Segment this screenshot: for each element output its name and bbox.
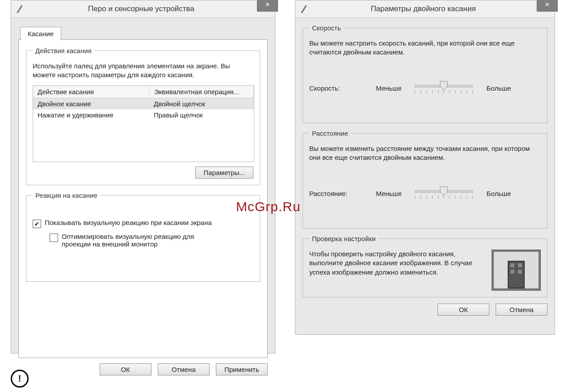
- window-title: Параметры двойного касания: [310, 4, 555, 13]
- titlebar[interactable]: Параметры двойного касания ×: [295, 0, 555, 18]
- button-label: Параметры...: [204, 169, 245, 176]
- alert-icon: !: [11, 370, 29, 388]
- tabstrip: Касание: [18, 24, 268, 39]
- ok-button[interactable]: ОК: [438, 304, 489, 316]
- speed-slider-row: Скорость: Меньше Больше: [309, 79, 541, 97]
- checkbox-icon: [50, 234, 58, 242]
- col-operation: Эквивалентная операция...: [150, 86, 254, 98]
- tab-label: Касание: [28, 30, 54, 38]
- close-icon: ×: [545, 0, 550, 8]
- legend-distance: Расстояние: [309, 129, 351, 137]
- window-title: Перо и сенсорные устройства: [25, 4, 275, 13]
- tab-touch[interactable]: Касание: [20, 27, 61, 41]
- button-label: ОК: [121, 366, 130, 373]
- titlebar[interactable]: Перо и сенсорные устройства ×: [11, 0, 275, 18]
- cell-operation: Двойной щелчок: [149, 98, 254, 109]
- pen-icon: [298, 3, 310, 15]
- group-distance: Расстояние Вы можете изменить расстояние…: [303, 129, 547, 229]
- checkbox-optimize-projection[interactable]: Оптимизировать визуальную реакцию для пр…: [50, 233, 253, 248]
- slider-max: Больше: [481, 190, 517, 197]
- params-button[interactable]: Параметры...: [195, 167, 253, 179]
- distance-slider-row: Расстояние: Меньше Больше: [309, 185, 541, 203]
- test-image[interactable]: [492, 250, 541, 291]
- cell-operation: Правый щелчок: [149, 109, 254, 121]
- slider-label: Расстояние:: [309, 190, 363, 197]
- speed-slider[interactable]: [415, 79, 473, 97]
- apply-button[interactable]: Применить: [216, 363, 268, 375]
- close-button[interactable]: ×: [257, 0, 278, 12]
- checkbox-label: Показывать визуальную реакцию при касани…: [45, 219, 212, 226]
- door-icon: [508, 261, 525, 288]
- group-touch-feedback: Реакция на касание Показывать визуальную…: [26, 192, 260, 282]
- speed-intro: Вы можете настроить скорость касаний, пр…: [309, 39, 541, 57]
- col-action: Действие касания: [33, 86, 150, 98]
- slider-min: Меньше: [371, 190, 407, 197]
- table-row[interactable]: Двойное касание Двойной щелчок: [33, 98, 254, 109]
- cancel-button[interactable]: Отмена: [496, 304, 547, 316]
- slider-label: Скорость:: [309, 84, 363, 92]
- button-label: ОК: [459, 306, 468, 313]
- slider-max: Больше: [481, 84, 517, 92]
- tab-panel: Действия касания Используйте палец для у…: [18, 39, 268, 358]
- button-label: Применить: [224, 366, 259, 373]
- actions-intro: Используйте палец для управления элемент…: [33, 62, 253, 80]
- cell-action: Двойное касание: [33, 98, 149, 109]
- distance-slider[interactable]: [415, 185, 473, 203]
- slider-min: Меньше: [371, 84, 407, 92]
- cancel-button[interactable]: Отмена: [158, 363, 210, 375]
- test-intro: Чтобы проверить настройку двойного касан…: [309, 250, 485, 277]
- ok-button[interactable]: ОК: [100, 363, 152, 375]
- group-test: Проверка настройки Чтобы проверить настр…: [303, 235, 547, 297]
- checkbox-label: Оптимизировать визуальную реакцию для пр…: [62, 233, 223, 248]
- table-row[interactable]: Нажатие и удерживание Правый щелчок: [33, 109, 254, 121]
- button-label: Отмена: [172, 366, 196, 373]
- close-icon: ×: [265, 0, 270, 8]
- close-button[interactable]: ×: [537, 0, 558, 12]
- checkbox-icon: [33, 220, 41, 228]
- legend-actions: Действия касания: [33, 47, 94, 54]
- pen-touch-dialog: Перо и сенсорные устройства × Касание Де…: [11, 0, 275, 354]
- table-header: Действие касания Эквивалентная операция.…: [33, 86, 254, 98]
- legend-speed: Скорость: [309, 24, 344, 32]
- legend-feedback: Реакция на касание: [33, 192, 100, 199]
- pen-icon: [14, 3, 25, 15]
- legend-test: Проверка настройки: [309, 235, 378, 242]
- double-tap-settings-dialog: Параметры двойного касания × Скорость Вы…: [295, 0, 555, 335]
- button-label: Отмена: [509, 306, 534, 313]
- actions-table[interactable]: Действие касания Эквивалентная операция.…: [33, 85, 254, 162]
- checkbox-show-feedback[interactable]: Показывать визуальную реакцию при касани…: [33, 219, 253, 228]
- group-touch-actions: Действия касания Используйте палец для у…: [26, 47, 260, 185]
- group-speed: Скорость Вы можете настроить скорость ка…: [303, 24, 547, 123]
- distance-intro: Вы можете изменить расстояние между точк…: [309, 144, 541, 163]
- cell-action: Нажатие и удерживание: [33, 109, 149, 121]
